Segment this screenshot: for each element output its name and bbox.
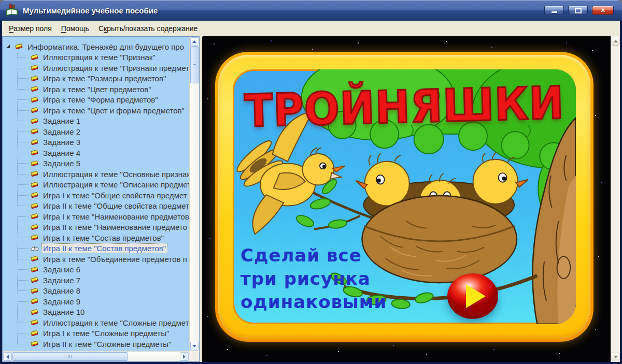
tree-item-label: Информатика. Тренажёр для будущего про xyxy=(26,42,186,51)
tree-item-label: Игра к теме "Цвет и форма предметов" xyxy=(41,106,186,115)
book-closed-icon xyxy=(30,234,39,241)
tree-item[interactable]: Информатика. Тренажёр для будущего про xyxy=(3,41,189,52)
tree-connector xyxy=(18,269,29,270)
app-window: Мультимедийное учебное пособие ✕ Размер … xyxy=(0,0,622,364)
tree-connector xyxy=(18,174,29,174)
menu-item[interactable]: Скрыть/показать содержание xyxy=(94,22,202,35)
tree-item[interactable]: Иллюстрация к теме "Признаки предмет xyxy=(3,63,189,74)
tree-item-label: Задание 7 xyxy=(41,276,82,285)
tree-connector xyxy=(18,280,29,281)
play-button[interactable] xyxy=(447,273,498,319)
tree-item[interactable]: Игра II к теме "Сложные предметы" xyxy=(3,339,189,350)
arrow-up-icon xyxy=(192,40,196,43)
book-closed-icon xyxy=(30,181,39,188)
tree-item[interactable]: Задание 4 xyxy=(3,148,189,158)
book-closed-icon xyxy=(30,75,39,82)
tree-item-label: Иллюстрация к теме "Основные признак xyxy=(41,170,189,179)
tree-item-label: Игра к теме "Цвет предметов" xyxy=(41,85,153,94)
tree-item-label: Задание 3 xyxy=(41,138,82,147)
book-closed-icon xyxy=(30,128,39,135)
book-closed-icon xyxy=(30,276,39,284)
tree-connector xyxy=(18,312,29,312)
tree-item[interactable]: Игра к теме "Размеры предметов" xyxy=(3,74,189,84)
tree-item[interactable]: Игра I к теме "Состав предметов" xyxy=(3,232,189,243)
tree-item-label: Иллюстрация к теме "Сложные предмет xyxy=(41,318,189,327)
tree-item[interactable]: Игра к теме "Объединение предметов п xyxy=(3,254,189,265)
tree-item[interactable]: Задание 10 xyxy=(3,307,189,318)
tree-vscrollbar[interactable] xyxy=(189,37,199,351)
arrow-down-icon xyxy=(614,356,618,358)
tree-expander-icon[interactable] xyxy=(6,45,10,48)
minimize-button[interactable] xyxy=(544,6,564,15)
tree-connector xyxy=(18,121,29,121)
book-closed-icon xyxy=(30,149,39,156)
tree-item[interactable]: Задание 7 xyxy=(3,275,189,286)
close-button[interactable]: ✕ xyxy=(592,6,614,15)
scroll-right-button[interactable] xyxy=(180,352,189,361)
book-open-icon xyxy=(30,245,39,252)
scroll-up-button[interactable] xyxy=(190,37,199,46)
close-icon: ✕ xyxy=(600,8,605,13)
tree-panel: Информатика. Тренажёр для будущего проИл… xyxy=(2,36,200,362)
maximize-button[interactable] xyxy=(568,6,588,15)
tree-item[interactable]: Иллюстрация к теме "Основные признак xyxy=(3,169,189,180)
tree-item[interactable]: Игра II к теме "Состав предметов" xyxy=(3,243,189,254)
tree-item[interactable]: Иллюстрация к теме "Описание предмет xyxy=(3,180,189,191)
tree-item[interactable]: Задание 5 xyxy=(3,158,189,169)
tree-item[interactable]: Задание 1 xyxy=(3,116,189,127)
tree-item[interactable]: Игра к теме "Цвет предметов" xyxy=(3,84,189,95)
tree-item[interactable]: Задание 6 xyxy=(3,265,189,275)
tree-item[interactable]: Игра I к теме "Сложные предметы" xyxy=(3,328,189,339)
bird-lower-wing xyxy=(253,195,284,234)
instruction-line: Сделай все xyxy=(241,244,387,267)
tree-connector xyxy=(18,301,29,302)
tree-item-label: Игра I к теме "Наименование предметов xyxy=(41,212,189,221)
book-closed-icon xyxy=(30,118,39,125)
tree-item[interactable]: Игра I к теме "Наименование предметов xyxy=(3,211,189,222)
tree-connector xyxy=(18,57,29,57)
scroll-left-button[interactable] xyxy=(3,352,12,361)
tree-item-label: Задание 10 xyxy=(41,308,86,316)
scroll-down-button[interactable] xyxy=(190,342,199,351)
tree-connector xyxy=(18,99,29,100)
tree-item[interactable]: Задание 3 xyxy=(3,137,189,148)
tree-item[interactable]: Игра к теме "Цвет и форма предметов" xyxy=(3,105,189,116)
game-vscrollbar[interactable] xyxy=(611,36,620,362)
game-scroll-up-button[interactable] xyxy=(612,37,619,46)
game-scroll-down-button[interactable] xyxy=(612,353,619,361)
instruction-line: одинаковыми xyxy=(241,290,387,314)
menu-item[interactable]: Размер поля xyxy=(4,22,56,35)
tree-item-label: Задание 2 xyxy=(41,127,82,136)
tree-item[interactable]: Задание 8 xyxy=(3,286,189,297)
game-frame-gold: ТРОЙНЯШКИ Сделай все три рисунка одинако… xyxy=(218,55,590,339)
tree-connector xyxy=(18,184,29,185)
window-body: Размер поляПомощьСкрыть/показать содержа… xyxy=(2,21,620,362)
book-closed-icon xyxy=(30,298,39,305)
tree-connector xyxy=(18,323,29,323)
vscroll-thumb[interactable] xyxy=(190,46,199,83)
tree-connector xyxy=(18,195,29,196)
tree-connector xyxy=(18,68,29,68)
tree-item[interactable]: Задание 2 xyxy=(3,126,189,137)
tree-item-label: Игра к теме "Объединение предметов п xyxy=(41,255,189,264)
hscroll-thumb[interactable] xyxy=(12,352,128,361)
tree-item[interactable]: Игра к теме "Форма предметов" xyxy=(3,95,189,106)
tree-item[interactable]: Игра II к теме "Наименование предмето xyxy=(3,222,189,233)
game-frame: ТРОЙНЯШКИ Сделай все три рисунка одинако… xyxy=(215,52,593,342)
scrollbar-corner xyxy=(189,351,199,361)
tree-item[interactable]: Иллюстрация к теме "Сложные предмет xyxy=(3,317,189,328)
menu-item[interactable]: Помощь xyxy=(56,22,94,35)
tree-connector xyxy=(18,78,29,79)
book-closed-icon xyxy=(30,266,39,273)
tree-item[interactable]: Игра II к теме "Общие свойства предмет xyxy=(3,201,189,212)
tree-item[interactable]: Иллюстрация к теме "Признак" xyxy=(3,52,189,63)
tree-item[interactable]: Игра I к теме "Общие свойства предмет xyxy=(3,190,189,201)
book-closed-icon xyxy=(30,160,39,167)
tree-item[interactable]: Задание 9 xyxy=(3,296,189,307)
tree-hscrollbar[interactable] xyxy=(3,351,189,361)
tree-connector xyxy=(18,290,29,291)
book-closed-icon xyxy=(30,64,39,71)
tree-item-label: Игра I к теме "Сложные предметы" xyxy=(41,329,171,338)
game-title: ТРОЙНЯШКИ xyxy=(233,77,576,138)
tree-item-label: Игра II к теме "Наименование предмето xyxy=(41,223,189,231)
